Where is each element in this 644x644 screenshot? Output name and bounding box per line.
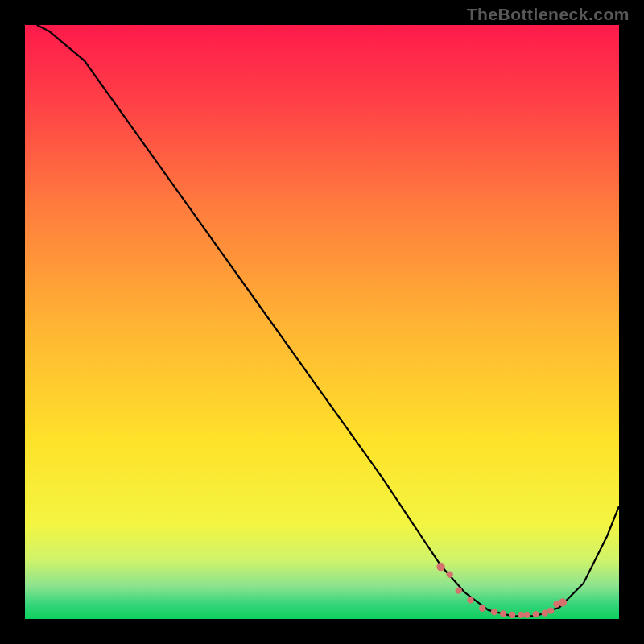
marker-point <box>559 598 567 606</box>
marker-point <box>446 571 452 577</box>
marker-point <box>518 612 524 618</box>
chart-background <box>25 25 619 619</box>
bottleneck-chart <box>25 25 619 619</box>
marker-point <box>467 597 473 603</box>
marker-point <box>547 607 554 613</box>
marker-point <box>479 605 485 612</box>
marker-point <box>500 610 506 617</box>
marker-point <box>542 609 548 616</box>
marker-point <box>532 611 539 617</box>
marker-point <box>436 563 444 571</box>
watermark-text: TheBottleneck.com <box>467 5 630 24</box>
marker-point <box>509 612 515 618</box>
marker-point <box>456 587 462 593</box>
marker-point <box>491 609 497 615</box>
marker-point <box>523 612 530 618</box>
